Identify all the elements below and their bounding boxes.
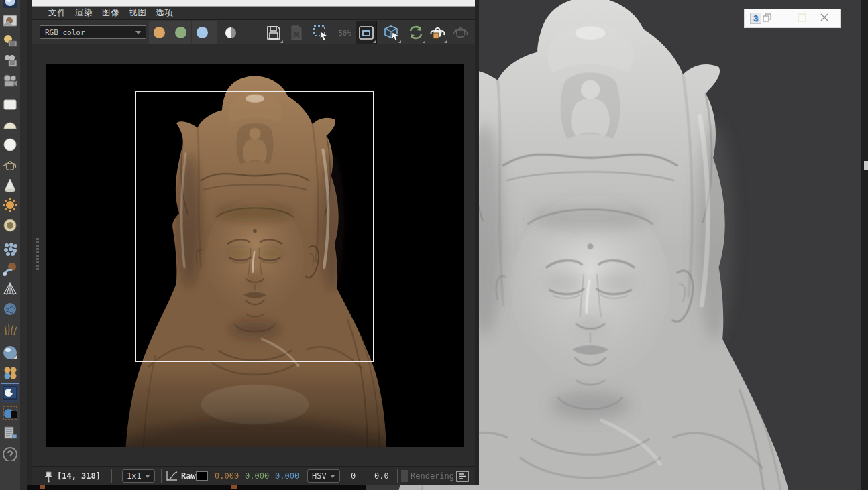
restore-window-icon[interactable] [763, 13, 772, 25]
region-select-button[interactable] [310, 21, 331, 44]
rendered-image-icon[interactable] [1, 12, 19, 29]
clear-image-button[interactable] [286, 21, 307, 44]
region-render-toggle[interactable] [356, 21, 377, 44]
color-space-value: HSV [312, 471, 327, 481]
menu-options[interactable]: 选项 [156, 7, 174, 19]
zoom-level-label: 50% [339, 29, 351, 37]
zoom-level-button[interactable]: 50% [334, 21, 356, 44]
track-key-mark [231, 485, 237, 489]
refresh-render-button[interactable] [405, 21, 427, 44]
vfb-toolbar: RGB color 50% [32, 21, 475, 44]
fur-grass-icon[interactable] [1, 320, 19, 338]
channel-mode-value: RGB color [45, 28, 85, 37]
maximize-button-icon[interactable] [798, 13, 806, 25]
max-side-toolbar[interactable] [0, 0, 27, 490]
history-splitter-handle[interactable] [36, 238, 39, 270]
color-space-select[interactable]: HSV [307, 469, 340, 483]
help-icon[interactable] [1, 444, 19, 462]
3dsmax-logo-icon: 3 [750, 13, 761, 24]
glossy-sphere-icon[interactable] [1, 344, 19, 361]
menu-view[interactable]: 视图 [129, 7, 147, 19]
wire-pyramid-icon[interactable] [1, 280, 19, 298]
dome-primitive-icon[interactable] [1, 116, 19, 133]
mono-channel-button[interactable] [220, 21, 241, 44]
toolbar-separator [1, 93, 19, 93]
camera-lister-icon[interactable] [1, 52, 19, 70]
channel-mode-select[interactable]: RGB color [40, 25, 146, 39]
pixel-coords: [14, 318] [57, 467, 101, 485]
isolate-object-button[interactable] [381, 21, 402, 44]
vfb-statusbar: [14, 318] 1x1 Raw 0.000 0.000 0.000 HSV … [32, 466, 475, 485]
statusbar-divider [397, 469, 398, 483]
vfb-menubar: 文件 渲染 图像 视图 选项 [32, 7, 475, 20]
right-edge-sliver [864, 161, 868, 170]
pixel-ratio-select[interactable]: 1x1 [122, 469, 155, 483]
chevron-down-icon [145, 475, 150, 478]
toolbar-separator [1, 237, 19, 237]
plane-primitive-icon[interactable] [1, 96, 19, 113]
toolbar-separator [1, 341, 19, 341]
track-key-mark [40, 485, 45, 489]
channel-toggle-group [149, 21, 217, 44]
blue-value: 0.000 [275, 467, 299, 485]
render-region-rect[interactable] [135, 91, 374, 362]
noise-sphere-icon[interactable] [1, 300, 19, 318]
dome-light-icon[interactable] [1, 217, 19, 234]
statusbar-divider [161, 469, 162, 483]
teapot-wire-icon[interactable] [1, 156, 19, 174]
render-setup-icon[interactable] [1, 0, 19, 9]
pixel-probe-pin-icon[interactable] [42, 467, 54, 485]
blue-channel-button[interactable] [192, 21, 213, 44]
light-lister-icon[interactable] [1, 32, 19, 50]
sun-light-icon[interactable] [1, 196, 19, 214]
raw-label: Raw [181, 467, 196, 485]
save-image-button[interactable] [263, 21, 284, 44]
chevron-down-icon [330, 475, 335, 478]
red-value: 0.000 [215, 467, 239, 485]
chevron-down-icon [135, 31, 141, 34]
render-status-text: Rendering [411, 467, 454, 485]
material-ball-icon[interactable] [1, 260, 19, 278]
video-camera-icon[interactable] [1, 72, 19, 90]
vray-frame-buffer-window: 文件 渲染 图像 视图 选项 RGB color 50% [27, 0, 479, 485]
vfb-window-icon[interactable] [1, 384, 19, 402]
cone-light-icon[interactable] [1, 176, 19, 194]
red-channel-button[interactable] [149, 21, 170, 44]
sampled-color-swatch [196, 471, 208, 481]
region-sphere-icon[interactable] [1, 404, 19, 422]
menu-render[interactable]: 渲染 [75, 7, 93, 19]
green-channel-button[interactable] [170, 21, 192, 44]
show-log-icon[interactable] [456, 467, 469, 485]
right-window-border [861, 0, 868, 490]
menu-file[interactable]: 文件 [48, 7, 66, 19]
hsv-float-value: 0.0 [374, 467, 389, 485]
vfb-image-area [32, 44, 475, 466]
color-curve-icon[interactable] [165, 467, 178, 485]
close-icon[interactable] [820, 13, 829, 25]
vfb-titlebar[interactable] [32, 0, 475, 7]
particle-spheres-icon[interactable] [1, 240, 19, 257]
sphere-primitive-icon[interactable] [1, 136, 19, 154]
statusbar-divider [111, 469, 112, 483]
render-last-button[interactable] [427, 21, 448, 44]
color-balls-icon[interactable] [1, 364, 19, 381]
render-ghost-button[interactable] [449, 21, 471, 44]
menu-image[interactable]: 图像 [102, 7, 120, 19]
pixel-ratio-value: 1x1 [127, 471, 142, 481]
progress-chip [401, 470, 408, 482]
max-floating-titlebar[interactable]: 3 [745, 9, 840, 27]
canvas-vignette [46, 367, 464, 447]
green-value: 0.000 [245, 467, 269, 485]
hsv-int-value: 0 [351, 467, 356, 485]
render-canvas[interactable] [46, 64, 464, 447]
trackbar-strip [27, 485, 366, 490]
notes-clipboard-icon[interactable] [1, 424, 19, 442]
